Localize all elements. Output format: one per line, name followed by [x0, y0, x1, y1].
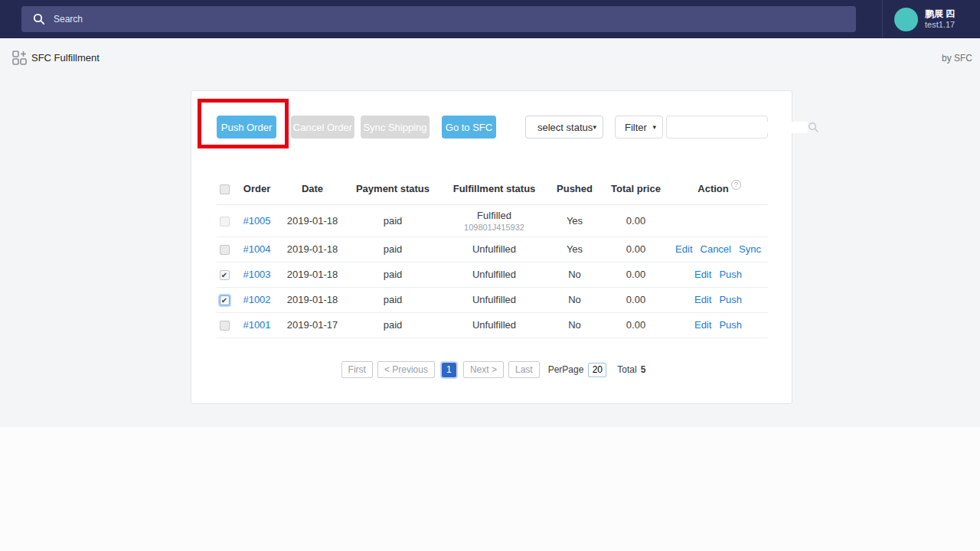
- action-link-edit[interactable]: Edit: [675, 243, 692, 255]
- action-link-edit[interactable]: Edit: [694, 294, 711, 305]
- first-page-button[interactable]: First: [341, 361, 373, 378]
- help-icon[interactable]: ?: [731, 180, 741, 190]
- avatar[interactable]: [894, 8, 918, 31]
- payment-status: paid: [343, 262, 443, 287]
- search-icon: [808, 122, 819, 133]
- total-price: 0.00: [603, 262, 668, 287]
- action-link-sync[interactable]: Sync: [739, 243, 761, 255]
- user-menu[interactable]: 鹏展 四 test1.17: [882, 0, 980, 38]
- action-cell: EditPush: [668, 262, 768, 287]
- total-label: Total: [617, 364, 636, 375]
- search-icon: [33, 13, 45, 25]
- action-link-cancel[interactable]: Cancel: [701, 243, 731, 255]
- last-page-button[interactable]: Last: [508, 361, 540, 378]
- global-search-bar[interactable]: [21, 6, 856, 32]
- column-header-action: Action?: [668, 174, 768, 204]
- pushed-flag: Yes: [546, 204, 603, 236]
- push-order-button[interactable]: Push Order: [217, 116, 276, 139]
- order-link[interactable]: #1001: [243, 319, 270, 331]
- total-price: 0.00: [603, 204, 668, 236]
- action-cell: [668, 204, 768, 236]
- filter-select[interactable]: Filter ▾: [615, 116, 663, 139]
- sync-shipping-button[interactable]: Sync Shipping: [361, 116, 430, 139]
- status-select[interactable]: select status ▾: [525, 116, 603, 139]
- action-cell: EditPush: [668, 312, 768, 337]
- column-header-fulfillment-status: Fulfillment status: [443, 174, 546, 204]
- fulfillment-status: Unfulfilled: [444, 243, 544, 255]
- next-page-button[interactable]: Next >: [463, 361, 504, 378]
- total-price: 0.00: [603, 236, 668, 262]
- row-checkbox[interactable]: ✔: [220, 270, 230, 280]
- order-link[interactable]: #1003: [243, 269, 270, 280]
- total-value: 5: [641, 364, 646, 375]
- global-search-input[interactable]: [54, 14, 743, 24]
- page-title: SFC Fulfillment: [31, 52, 100, 64]
- action-link-push[interactable]: Push: [719, 269, 742, 280]
- order-link[interactable]: #1005: [243, 215, 270, 227]
- top-nav-bar: 鹏展 四 test1.17: [0, 0, 980, 38]
- column-header-payment-status: Payment status: [343, 174, 443, 204]
- order-table-body: #10052019-01-18paidFulfilled109801J41593…: [217, 204, 768, 337]
- chevron-down-icon: ▾: [593, 123, 596, 131]
- shop-name: test1.17: [925, 20, 955, 31]
- filter-select-value: Filter: [625, 122, 647, 133]
- column-header-pushed: Pushed: [546, 174, 603, 204]
- action-link-edit[interactable]: Edit: [694, 319, 711, 331]
- table-row: #10012019-01-17paidUnfulfilledNo0.00Edit…: [217, 312, 768, 337]
- pushed-flag: No: [546, 262, 603, 287]
- action-link-edit[interactable]: Edit: [694, 269, 711, 280]
- column-header-total-price: Total price: [603, 174, 668, 204]
- column-header-order: Order: [232, 174, 282, 204]
- payment-status: paid: [343, 204, 443, 236]
- apps-icon: [12, 51, 27, 65]
- pagination: First < Previous 1 Next > Last PerPage T…: [217, 360, 768, 379]
- status-select-value: select status: [537, 122, 593, 133]
- column-header-date: Date: [282, 174, 343, 204]
- select-all-checkbox[interactable]: [220, 184, 230, 194]
- previous-page-button[interactable]: < Previous: [377, 361, 435, 378]
- action-link-push[interactable]: Push: [719, 294, 742, 305]
- total-price: 0.00: [603, 287, 668, 312]
- action-cell: EditPush: [668, 287, 768, 312]
- fulfillment-status: Unfulfilled: [444, 319, 544, 331]
- order-link[interactable]: #1002: [243, 294, 270, 305]
- pushed-flag: No: [546, 312, 603, 337]
- current-page-indicator[interactable]: 1: [442, 363, 456, 377]
- order-link[interactable]: #1004: [243, 243, 270, 255]
- per-page-label: PerPage: [548, 364, 584, 375]
- order-date: 2019-01-18: [282, 204, 343, 236]
- pushed-flag: Yes: [546, 236, 603, 262]
- orders-table: OrderDatePayment statusFulfillment statu…: [217, 174, 768, 338]
- row-checkbox[interactable]: [220, 245, 230, 255]
- per-page-input[interactable]: [588, 363, 606, 377]
- orders-card: Push Order Cancel Order Sync Shipping Go…: [191, 90, 792, 404]
- table-row: #10052019-01-18paidFulfilled109801J41593…: [217, 204, 768, 236]
- action-link-push[interactable]: Push: [719, 319, 742, 331]
- fulfillment-status: Fulfilled: [444, 210, 544, 221]
- fulfillment-status: Unfulfilled: [444, 294, 544, 305]
- user-name: 鹏展 四: [925, 8, 955, 20]
- app-byline: by SFC: [942, 53, 972, 64]
- cancel-order-button[interactable]: Cancel Order: [291, 116, 354, 139]
- table-row: ✔#10032019-01-18paidUnfulfilledNo0.00Edi…: [217, 262, 768, 287]
- row-checkbox[interactable]: ✔: [220, 295, 230, 305]
- payment-status: paid: [343, 287, 443, 312]
- fulfillment-status: Unfulfilled: [444, 269, 544, 280]
- order-date: 2019-01-18: [282, 236, 343, 262]
- app-header: SFC Fulfillment by SFC: [0, 38, 980, 77]
- payment-status: paid: [343, 236, 443, 262]
- order-search-box[interactable]: [666, 116, 768, 139]
- chevron-down-icon: ▾: [652, 123, 656, 131]
- row-checkbox: [220, 217, 230, 227]
- go-to-sfc-button[interactable]: Go to SFC: [442, 116, 496, 139]
- action-cell: EditCancelSync: [668, 236, 768, 262]
- order-search-input[interactable]: [673, 122, 808, 133]
- order-date: 2019-01-17: [282, 312, 343, 337]
- order-date: 2019-01-18: [282, 287, 343, 312]
- row-checkbox[interactable]: [220, 321, 230, 331]
- order-date: 2019-01-18: [282, 262, 343, 287]
- table-row: ✔#10022019-01-18paidUnfulfilledNo0.00Edi…: [217, 287, 768, 312]
- payment-status: paid: [343, 312, 443, 337]
- tracking-number: 109801J415932: [444, 223, 544, 232]
- total-price: 0.00: [603, 312, 668, 337]
